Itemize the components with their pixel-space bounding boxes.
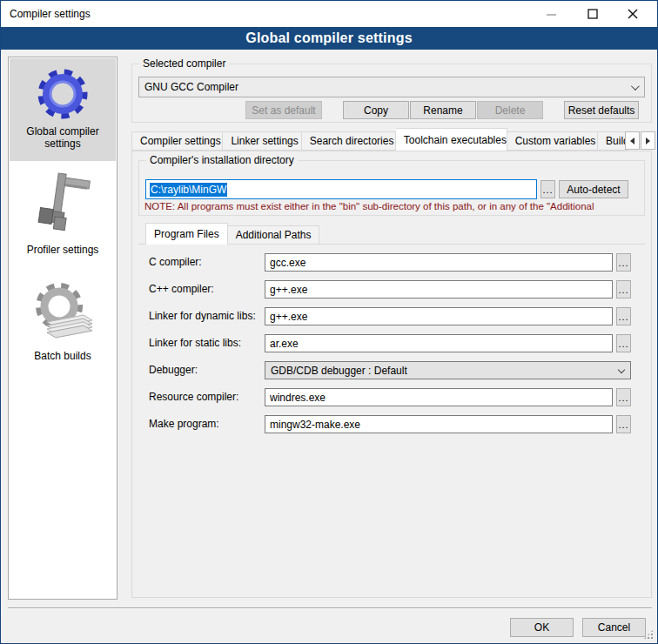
selected-compiler-group-label: Selected compiler — [139, 57, 229, 70]
install-dir-browse-button[interactable]: ... — [540, 180, 555, 198]
c-compiler-label: C compiler: — [149, 256, 202, 268]
make-program-input[interactable] — [265, 415, 613, 433]
cpp-compiler-input[interactable] — [265, 280, 613, 299]
debugger-dropdown[interactable]: GDB/CDB debugger : Default — [265, 361, 631, 379]
minimize-icon — [547, 10, 556, 19]
make-program-browse-button[interactable]: ... — [616, 415, 631, 433]
rename-button[interactable]: Rename — [410, 101, 476, 119]
autodetect-button[interactable]: Auto-detect — [559, 180, 628, 198]
delete-button[interactable]: Delete — [477, 101, 543, 119]
tab-linker-settings[interactable]: Linker settings — [223, 131, 301, 151]
subtab-additional-paths[interactable]: Additional Paths — [228, 225, 320, 245]
caliper-icon — [30, 172, 95, 240]
linker-static-input[interactable] — [265, 334, 613, 352]
linker-dynamic-label: Linker for dynamic libs: — [149, 310, 256, 322]
chevron-down-icon — [618, 366, 625, 373]
toolchain-subtabstrip: Program Files Additional Paths — [145, 223, 319, 245]
arrow-left-icon — [630, 138, 634, 144]
tab-build-options[interactable]: Build options — [598, 131, 628, 151]
c-compiler-input[interactable] — [265, 253, 613, 272]
reset-defaults-button[interactable]: Reset defaults — [564, 101, 639, 119]
resource-compiler-browse-button[interactable]: ... — [616, 388, 631, 406]
install-dir-selected-text: C:\raylib\MinGW — [150, 183, 227, 197]
arrow-right-icon — [646, 138, 650, 144]
gear-blue-icon — [35, 66, 91, 122]
tab-scroll-left-button[interactable] — [625, 131, 640, 150]
minimize-button[interactable] — [532, 1, 570, 27]
linker-static-label: Linker for static libs: — [149, 337, 241, 349]
tab-toolchain-executables[interactable]: Toolchain executables — [396, 128, 507, 151]
sidebar-item-batch-builds[interactable]: Batch builds — [10, 272, 116, 369]
selected-compiler-value: GNU GCC Compiler — [144, 81, 238, 93]
chevron-down-icon — [631, 82, 640, 91]
close-icon — [628, 9, 638, 19]
linker-static-browse-button[interactable]: ... — [616, 334, 631, 352]
linker-dynamic-input[interactable] — [265, 307, 613, 325]
make-program-label: Make program: — [149, 418, 219, 430]
compiler-settings-dialog: Compiler settings Global compiler settin… — [0, 0, 658, 644]
sidebar-item-label: Global compiler settings — [10, 125, 116, 150]
close-button[interactable] — [614, 1, 652, 27]
gear-stack-icon — [30, 277, 96, 346]
footer-divider — [8, 607, 652, 609]
sidebar-item-profiler-settings[interactable]: Profiler settings — [10, 169, 116, 263]
titlebar: Compiler settings — [1, 1, 657, 27]
copy-button[interactable]: Copy — [343, 101, 409, 119]
maximize-button[interactable] — [574, 1, 612, 27]
sidebar-item-label: Batch builds — [10, 350, 116, 362]
resource-compiler-label: Resource compiler: — [149, 391, 238, 403]
selected-compiler-dropdown[interactable]: GNU GCC Compiler — [138, 77, 645, 97]
linker-dynamic-browse-button[interactable]: ... — [616, 307, 631, 325]
ok-button[interactable]: OK — [510, 618, 574, 637]
cpp-compiler-label: C++ compiler: — [149, 283, 214, 295]
window-title: Compiler settings — [10, 8, 91, 20]
main-tabstrip: Compiler settings Linker settings Search… — [131, 128, 628, 151]
tab-compiler-settings[interactable]: Compiler settings — [131, 131, 223, 151]
tab-search-directories[interactable]: Search directories — [302, 131, 396, 151]
tab-scroll-right-button[interactable] — [641, 131, 655, 150]
cpp-compiler-browse-button[interactable]: ... — [616, 280, 631, 299]
page-title: Global compiler settings — [245, 30, 413, 46]
c-compiler-browse-button[interactable]: ... — [616, 253, 631, 272]
install-dir-group-label: Compiler's installation directory — [146, 154, 298, 166]
maximize-icon — [588, 9, 598, 19]
sidebar-item-label: Profiler settings — [10, 244, 116, 256]
subtab-program-files[interactable]: Program Files — [145, 223, 228, 245]
dialog-header: Global compiler settings — [1, 27, 657, 50]
set-as-default-button[interactable]: Set as default — [245, 101, 322, 119]
sidebar: Global compiler settings Profiler settin… — [8, 57, 118, 600]
sidebar-item-global-compiler-settings[interactable]: Global compiler settings — [10, 58, 116, 161]
install-dir-input[interactable]: C:\raylib\MinGW — [145, 179, 537, 199]
debugger-value: GDB/CDB debugger : Default — [271, 365, 407, 377]
debugger-label: Debugger: — [149, 364, 198, 376]
resource-compiler-input[interactable] — [265, 388, 613, 406]
cancel-button[interactable]: Cancel — [582, 618, 646, 637]
tab-custom-variables[interactable]: Custom variables — [507, 131, 598, 151]
install-dir-note: NOTE: All programs must exist either in … — [144, 201, 646, 211]
